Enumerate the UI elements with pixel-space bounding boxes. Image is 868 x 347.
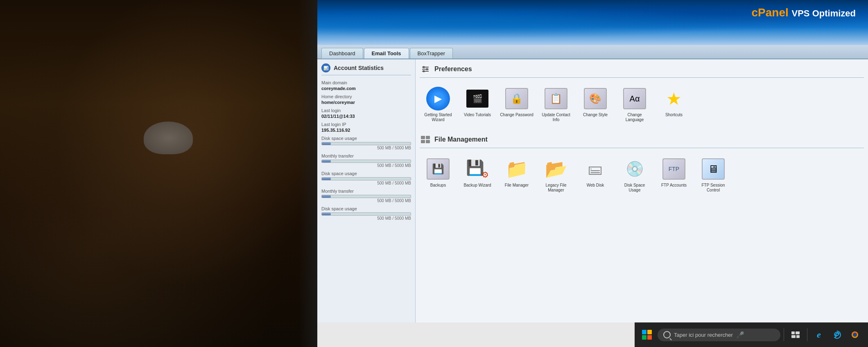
- change-style-label: Change Style: [583, 113, 608, 117]
- disk-bar-1: [321, 142, 411, 145]
- ftp-accounts-icon-item[interactable]: FTP FTP Accounts: [656, 154, 692, 196]
- firefox-taskbar-button[interactable]: [847, 327, 863, 343]
- stat-main-domain: Main domain coreymade.com: [321, 80, 411, 91]
- svg-rect-12: [791, 335, 796, 338]
- svg-rect-10: [791, 331, 795, 334]
- change-password-icon-item[interactable]: 🔒 Change Password: [498, 83, 535, 126]
- stat-monthly-transfer-2: Monthly transfer 500 MB / 5000 MB: [321, 189, 411, 203]
- legacy-file-manager-label: Legacy File Manager: [539, 183, 573, 193]
- disk-bar-3: [321, 212, 411, 216]
- video-tutorials-icon: 🎬: [466, 87, 489, 110]
- search-icon: [663, 331, 671, 338]
- svg-rect-9: [426, 140, 430, 143]
- shortcuts-icon: ★: [662, 87, 686, 110]
- ftp-session-label: FTP Session Control: [696, 183, 730, 193]
- change-password-label: Change Password: [500, 113, 533, 117]
- svg-rect-7: [426, 136, 430, 139]
- file-manager-icon: 📁: [505, 157, 529, 181]
- update-contact-icon: 📋: [544, 87, 568, 110]
- update-contact-icon-item[interactable]: 📋 Update Contact Info: [538, 83, 574, 126]
- start-button[interactable]: [638, 326, 656, 344]
- right-panel: Preferences ▶ Getting Started Wizard 🎬 V…: [416, 59, 868, 322]
- file-manager-icon-item[interactable]: 📁 File Manager: [498, 154, 535, 196]
- preferences-icon: [420, 63, 431, 75]
- background-photo: [0, 0, 319, 347]
- stat-home-directory: Home directory home/coreymar: [321, 94, 411, 105]
- file-management-title: File Management: [434, 136, 488, 143]
- task-view-button[interactable]: [787, 327, 804, 343]
- backup-wizard-icon: 💾 ⚙: [466, 157, 489, 181]
- change-language-icon: Aα: [623, 87, 646, 110]
- disk-space-usage-icon-item[interactable]: 💿 Disk Space Usage: [616, 154, 653, 196]
- getting-started-icon: ▶: [426, 87, 450, 110]
- svg-point-4: [426, 68, 428, 70]
- microphone-icon[interactable]: 🎤: [736, 331, 744, 339]
- preferences-title: Preferences: [434, 65, 472, 73]
- backups-icon: 💾: [426, 157, 450, 181]
- monitor-screen: cPanel VPS Optimized Dashboard Email Too…: [317, 0, 868, 347]
- cpanel-logo: cPanel VPS Optimized: [751, 6, 856, 19]
- file-management-icons-grid: 💾 Backups 💾 ⚙ Backup Wizard: [420, 154, 864, 196]
- taskbar-divider-2: [807, 328, 807, 341]
- web-disk-icon: 🖴: [583, 157, 607, 181]
- legacy-file-manager-icon-item[interactable]: 📂 Legacy File Manager: [538, 154, 574, 196]
- taskbar: Taper ici pour rechercher 🎤 e: [635, 322, 868, 347]
- preferences-header: Preferences: [420, 63, 864, 78]
- video-tutorials-icon-item[interactable]: 🎬 Video Tutorials: [459, 83, 496, 126]
- ie-taskbar-button[interactable]: e: [811, 327, 827, 343]
- change-language-icon-item[interactable]: Aα Change Language: [616, 83, 653, 126]
- web-disk-icon-item[interactable]: 🖴 Web Disk: [577, 154, 614, 196]
- account-stats-icon: 📊: [321, 63, 330, 72]
- stat-disk-space-1: Disk space usage 500 MB / 5000 MB: [321, 136, 411, 150]
- backups-label: Backups: [430, 183, 446, 188]
- search-placeholder-text: Taper ici pour rechercher: [674, 332, 733, 338]
- main-content: 📊 Account Statistics Main domain coreyma…: [317, 59, 868, 322]
- ftp-session-icon-item[interactable]: 🖥 FTP Session Control: [695, 154, 732, 196]
- svg-rect-8: [421, 140, 425, 143]
- svg-point-3: [423, 66, 425, 68]
- nav-tabs: Dashboard Email Tools BoxTrapper: [317, 45, 868, 59]
- video-tutorials-label: Video Tutorials: [464, 113, 491, 117]
- tab-email-tools[interactable]: Email Tools: [364, 48, 409, 59]
- stat-disk-space-3: Disk space usage 500 MB / 5000 MB: [321, 206, 411, 221]
- cpanel-header: cPanel VPS Optimized: [317, 0, 868, 45]
- shortcuts-icon-item[interactable]: ★ Shortcuts: [656, 83, 692, 126]
- shortcuts-label: Shortcuts: [665, 113, 683, 117]
- backup-wizard-label: Backup Wizard: [463, 183, 491, 188]
- windows-logo: [642, 330, 652, 340]
- tab-boxtrapper[interactable]: BoxTrapper: [410, 48, 453, 59]
- preferences-icons-grid: ▶ Getting Started Wizard 🎬 Video Tutoria…: [420, 83, 864, 126]
- svg-rect-11: [796, 331, 800, 334]
- change-password-icon: 🔒: [505, 87, 529, 110]
- svg-point-15: [853, 333, 857, 337]
- monthly-bar-2: [321, 195, 411, 198]
- backup-wizard-icon-item[interactable]: 💾 ⚙ Backup Wizard: [459, 154, 496, 196]
- chrome-taskbar-button[interactable]: [865, 327, 868, 343]
- stat-last-login-ip: Last login IP 195.35.116.92: [321, 122, 411, 133]
- disk-space-usage-label: Disk Space Usage: [618, 183, 651, 193]
- ftp-accounts-icon: FTP: [662, 157, 686, 181]
- disk-bar-2: [321, 177, 411, 180]
- stat-last-login: Last login 02/11/11@14:33: [321, 108, 411, 119]
- taskbar-divider-1: [784, 328, 784, 341]
- svg-rect-13: [796, 335, 800, 338]
- svg-point-5: [423, 70, 425, 72]
- account-statistics-header: 📊 Account Statistics: [321, 63, 411, 75]
- file-management-icon: [420, 134, 431, 145]
- change-style-icon: 🎨: [583, 87, 607, 110]
- ftp-session-icon: 🖥: [701, 157, 725, 181]
- file-management-header: File Management: [420, 134, 864, 148]
- tab-dashboard[interactable]: Dashboard: [321, 48, 363, 59]
- change-language-label: Change Language: [618, 113, 651, 122]
- legacy-file-manager-icon: 📂: [544, 157, 568, 181]
- file-manager-label: File Manager: [505, 183, 529, 188]
- stat-monthly-transfer-1: Monthly transfer 500 MB / 5000 MB: [321, 153, 411, 168]
- backups-icon-item[interactable]: 💾 Backups: [420, 154, 457, 196]
- change-style-icon-item[interactable]: 🎨 Change Style: [577, 83, 614, 126]
- edge-taskbar-button[interactable]: [829, 327, 845, 343]
- ftp-accounts-label: FTP Accounts: [661, 183, 687, 188]
- update-contact-label: Update Contact Info: [539, 113, 573, 122]
- disk-space-usage-icon: 💿: [623, 157, 646, 181]
- getting-started-icon-item[interactable]: ▶ Getting Started Wizard: [420, 83, 457, 126]
- taskbar-search[interactable]: Taper ici pour rechercher 🎤: [658, 329, 780, 341]
